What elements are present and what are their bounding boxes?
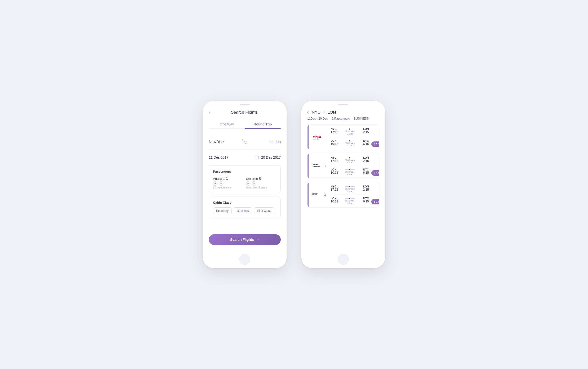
route-from: NYC bbox=[312, 110, 321, 115]
svg-text:Airlines: Airlines bbox=[312, 194, 317, 195]
flight-card-0[interactable]: virgin america NYC 17:12 bbox=[307, 124, 379, 150]
route-row: New York London bbox=[209, 134, 281, 150]
flight-card-1[interactable]: BRITISH AIRWAYS NYC 17:12 bbox=[307, 153, 379, 179]
seg-ret-to-city-0: NYC bbox=[357, 139, 369, 142]
svg-text:BRITISH: BRITISH bbox=[313, 164, 319, 165]
seg-ret-from-city-0: LON bbox=[331, 139, 343, 142]
home-button-right[interactable] bbox=[338, 254, 349, 265]
flight-details-0: NYC 17:12 8h30mins 1 Stop LON 2:15 bbox=[331, 127, 369, 147]
adults-count: 1 bbox=[223, 177, 225, 181]
segment-return-1: LON 10:12 8h30mins 0 Stop NYC 6:15 bbox=[331, 168, 369, 176]
children-minus-btn[interactable]: − bbox=[252, 181, 256, 186]
seg-ret-to-time-0: 6:15 bbox=[357, 142, 369, 146]
children-sub: Less than 12 years bbox=[246, 186, 277, 189]
route-to: LON bbox=[327, 110, 336, 115]
svg-text:AIRWAYS: AIRWAYS bbox=[313, 166, 320, 167]
adults-minus-btn[interactable]: − bbox=[219, 181, 223, 186]
sub-passengers: 2 Passengers bbox=[332, 117, 350, 120]
children-add-btn[interactable]: + bbox=[246, 181, 250, 186]
adults-count-val: 1 bbox=[226, 176, 228, 181]
seg-ret-info-0: 8h30mins 1 Stop bbox=[345, 142, 355, 147]
adults-controls: + − bbox=[213, 181, 244, 186]
plane-icon bbox=[240, 137, 249, 146]
seg-info-0: 8h30mins 1 Stop bbox=[345, 130, 355, 135]
cabin-options: Economy Business First Class bbox=[213, 207, 277, 214]
airline-logo-aa: American Airlines bbox=[311, 185, 328, 204]
children-label: Children bbox=[246, 177, 258, 181]
search-btn-label: Search Flights bbox=[230, 238, 254, 242]
airline-strip-1 bbox=[308, 153, 309, 179]
segment-return-2: LON 10:12 8h30mins 1 Stop NYC 6:15 bbox=[331, 197, 369, 204]
search-header: ‹ Search Flights bbox=[209, 110, 281, 115]
flight-card-inner-1: BRITISH AIRWAYS NYC 17:12 bbox=[308, 153, 379, 179]
segment-outbound-2: NYC 17:12 8h30mins 1 Stop LON 2:15 bbox=[331, 185, 369, 193]
segment-return-0: LON 10:12 8h30mins 1 Stop NYC 6:15 bbox=[331, 139, 369, 147]
adults-label: Adults bbox=[213, 177, 222, 181]
return-date[interactable]: 20 Des 2017 bbox=[261, 155, 281, 159]
sub-class: BUSINESS bbox=[354, 117, 369, 120]
back-button[interactable]: ‹ bbox=[209, 110, 210, 115]
depart-date[interactable]: 11 Des 2017 bbox=[209, 155, 252, 159]
tab-round-trip[interactable]: Round Trip bbox=[245, 120, 281, 128]
origin-city[interactable]: New York bbox=[209, 139, 240, 144]
airline-logo-virgin: virgin america bbox=[311, 127, 328, 147]
children-count: 0 bbox=[259, 176, 261, 181]
flight-card-price-2: › $ 1,901 bbox=[371, 185, 379, 204]
flight-card-inner-0: virgin america NYC 17:12 bbox=[308, 124, 379, 150]
price-badge-2: $ 1,901 bbox=[371, 199, 379, 204]
results-back-button[interactable]: ‹ bbox=[307, 110, 309, 115]
date-row: 11 Des 2017 20 Des 2017 bbox=[209, 150, 281, 166]
page-wrapper: ‹ Search Flights One Way Round Trip New … bbox=[193, 91, 395, 278]
svg-text:virgin: virgin bbox=[313, 135, 321, 138]
cabin-business-btn[interactable]: Business bbox=[234, 207, 252, 214]
results-header: ‹ NYC ⇌ LON bbox=[307, 110, 379, 115]
tab-bar: One Way Round Trip bbox=[209, 120, 281, 129]
home-button-left[interactable] bbox=[239, 254, 250, 265]
segment-outbound-0: NYC 17:12 8h30mins 1 Stop LON 2:15 bbox=[331, 127, 369, 135]
flight-card-price-1: › $ 1,901 bbox=[371, 156, 379, 176]
search-btn-arrow: → bbox=[256, 238, 259, 242]
seg-from-time-0: 17:12 bbox=[331, 130, 343, 134]
seg-to-time-0: 2:15 bbox=[357, 130, 369, 134]
cabin-title: Cabin Class bbox=[213, 201, 277, 204]
swap-icon: ⇌ bbox=[323, 110, 326, 114]
svg-rect-0 bbox=[255, 156, 259, 159]
calendar-icon bbox=[252, 153, 261, 162]
airline-strip-0 bbox=[308, 124, 309, 150]
passengers-section: Passengers Adults 1 1 + − 12 years & mor… bbox=[209, 166, 281, 193]
results-subheader: 11Des - 20 Des 2 Passengers BUSINESS bbox=[307, 117, 379, 120]
tab-one-way[interactable]: One Way bbox=[209, 120, 245, 128]
flight-details-1: NYC 17:12 8h30mins 0 Stop LON 2:15 bbox=[331, 156, 369, 176]
cabin-first-btn[interactable]: First Class bbox=[254, 207, 275, 214]
sub-dates: 11Des - 20 Des bbox=[307, 117, 328, 120]
adults-sub: 12 years & more bbox=[213, 186, 244, 189]
segment-outbound-1: NYC 17:12 8h30mins 0 Stop LON 2:15 bbox=[331, 156, 369, 164]
airline-logo-ba: BRITISH AIRWAYS bbox=[311, 156, 328, 176]
flight-card-2[interactable]: American Airlines NYC 17:12 bbox=[307, 182, 379, 208]
destination-city[interactable]: London bbox=[249, 139, 281, 144]
page-title: Search Flights bbox=[213, 110, 276, 115]
cabin-economy-btn[interactable]: Economy bbox=[213, 207, 232, 214]
airline-strip-2 bbox=[308, 182, 309, 207]
seg-from-city-0: NYC bbox=[331, 127, 343, 130]
price-badge-0: $ 1,901 bbox=[371, 141, 379, 147]
cabin-section: Cabin Class Economy Business First Class bbox=[209, 197, 281, 218]
flight-details-2: NYC 17:12 8h30mins 1 Stop LON 2:15 bbox=[331, 185, 369, 204]
right-phone: ‹ NYC ⇌ LON 11Des - 20 Des 2 Passengers … bbox=[301, 101, 385, 268]
price-badge-1: $ 1,901 bbox=[371, 170, 379, 176]
search-flights-button[interactable]: Search Flights → bbox=[209, 234, 281, 245]
children-controls: + − bbox=[246, 181, 277, 186]
route-display: NYC ⇌ LON bbox=[312, 110, 336, 115]
adults-item: Adults 1 1 + − 12 years & more bbox=[213, 176, 244, 189]
left-phone: ‹ Search Flights One Way Round Trip New … bbox=[203, 101, 287, 268]
seg-to-city-0: LON bbox=[357, 127, 369, 130]
passengers-title: Passengers bbox=[213, 170, 277, 173]
adults-add-btn[interactable]: + bbox=[213, 181, 217, 186]
svg-text:america: america bbox=[313, 138, 319, 139]
flight-card-price-0: › $ 1,901 bbox=[371, 127, 379, 147]
passenger-row: Adults 1 1 + − 12 years & more Children bbox=[213, 176, 277, 189]
flight-card-inner-2: American Airlines NYC 17:12 bbox=[308, 182, 379, 207]
children-item: Children 0 + − Less than 12 years bbox=[246, 176, 277, 189]
seg-ret-from-time-0: 10:12 bbox=[331, 142, 343, 146]
svg-text:American: American bbox=[312, 192, 318, 194]
